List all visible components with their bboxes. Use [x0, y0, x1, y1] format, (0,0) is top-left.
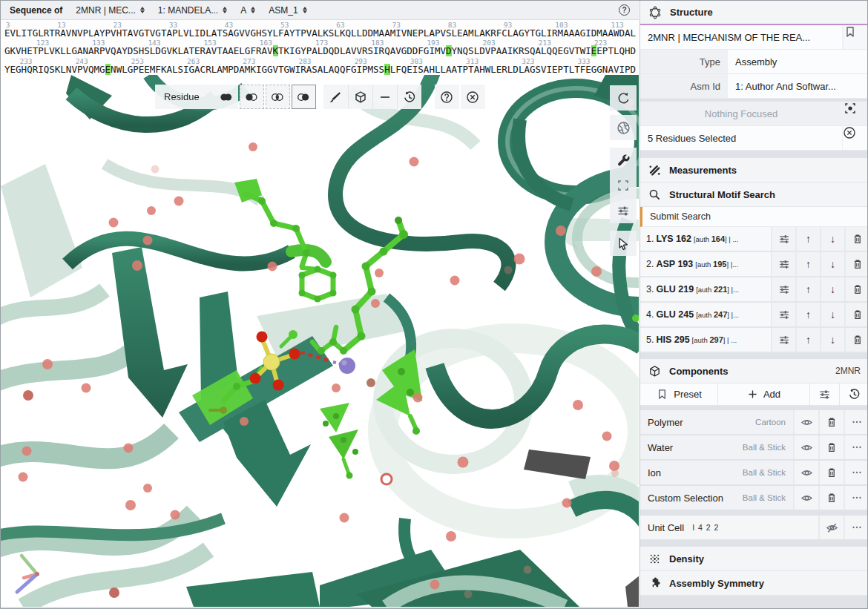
viewport-3d-canvas[interactable]: Residue [1, 75, 639, 607]
delete-component-button[interactable] [818, 410, 844, 434]
residue-options-button[interactable] [771, 303, 795, 326]
trash-icon [852, 258, 864, 270]
move-up-button[interactable]: ↑ [795, 227, 820, 251]
component-history-button[interactable] [839, 383, 868, 405]
sliders-icon [617, 204, 630, 217]
residue-options-button[interactable] [771, 252, 795, 276]
visibility-toggle[interactable] [793, 410, 818, 434]
delete-residue-button[interactable] [844, 328, 868, 352]
motif-residue-label[interactable]: 3. GLU 219 [auth 221] |... [640, 277, 771, 301]
asm-id-value[interactable]: 1: Author And Softwar... [728, 74, 868, 98]
delete-component-button[interactable] [818, 461, 844, 484]
visibility-toggle[interactable] [793, 461, 818, 484]
move-up-button[interactable]: ↑ [795, 328, 820, 352]
measurements-section-header[interactable]: Measurements [640, 158, 868, 182]
delete-component-button[interactable] [818, 435, 844, 459]
reset-camera-button[interactable] [610, 85, 637, 111]
chain-select[interactable]: A [240, 5, 255, 16]
sequence-help-icon[interactable]: ? [619, 4, 630, 16]
selection-help-button[interactable] [435, 85, 459, 109]
move-down-button[interactable]: ↓ [820, 227, 844, 251]
helix-end-cap [625, 564, 639, 607]
preset-button[interactable]: Preset [640, 383, 717, 405]
entity-select[interactable]: 1: MANDELA... [158, 5, 227, 16]
intersect-selection-button[interactable] [266, 85, 290, 109]
motif-residue-label[interactable]: 5. HIS 295 [auth 297] | ... [640, 328, 771, 352]
move-down-button[interactable]: ↓ [820, 328, 844, 352]
puzzle-icon [648, 577, 661, 590]
visibility-toggle[interactable] [793, 486, 818, 510]
assembly-symmetry-section-header[interactable]: Assembly Symmetry [640, 571, 868, 596]
sequence-panel[interactable]: 3132333435363738393103113EVLITGLRTRAVNVP… [1, 20, 639, 75]
sequence-row[interactable]: 123133143153163173183193203213223GKVHETP… [1, 38, 639, 56]
granularity-dropdown[interactable]: Residue [155, 85, 238, 109]
theme-brush-button[interactable] [323, 85, 348, 109]
motif-residue-label[interactable]: 2. ASP 193 [auth 195] |... [640, 252, 771, 276]
type-value[interactable]: Assembly [728, 50, 868, 73]
unit-cell-spacegroup: I 4 2 2 [692, 523, 719, 532]
visibility-toggle[interactable] [793, 435, 818, 459]
trash-icon [826, 441, 838, 453]
motif-search-section-header[interactable]: Structural Motif Search [640, 182, 868, 207]
submit-search-button[interactable]: Submit Search [640, 207, 868, 227]
residue-options-button[interactable] [771, 328, 795, 352]
residue-options-button[interactable] [771, 277, 795, 301]
delete-component-button[interactable] [818, 486, 844, 510]
residue-letters[interactable]: GKVHETPLVKLLGANARPVQAYDSHSLDGVKLATERAVTA… [1, 46, 639, 56]
components-section-header[interactable]: Components 2MNR [640, 359, 868, 383]
move-up-button[interactable]: ↑ [795, 303, 820, 326]
set-selection-button[interactable] [292, 85, 316, 109]
axes-gizmo [17, 556, 39, 592]
structure-title[interactable]: 2MNR | MECHANISM OF THE REA... [640, 25, 842, 49]
delete-residue-button[interactable] [844, 277, 868, 301]
move-down-button[interactable]: ↓ [820, 252, 844, 276]
expand-button[interactable] [610, 173, 637, 198]
focus-camera-button[interactable] [842, 102, 868, 125]
clear-selection-button[interactable] [842, 126, 868, 150]
delete-residue-button[interactable] [844, 303, 868, 326]
density-section-header[interactable]: Density [640, 547, 868, 571]
residue-letters[interactable]: EVLITGLRTRAVNVPLAYPVHTAVGTVGTAPLVLIDLATS… [1, 28, 639, 38]
settings-button[interactable] [610, 198, 637, 223]
more-options-button[interactable] [844, 435, 868, 459]
minus-icon [378, 90, 392, 104]
structure-select[interactable]: 2MNR | MEC... [76, 5, 144, 16]
more-options-button[interactable] [844, 410, 868, 434]
select-all-icon[interactable] [219, 91, 234, 103]
sequence-row[interactable]: 3132333435363738393103113EVLITGLRTRAVNVP… [1, 20, 639, 38]
sequence-row[interactable]: 233243253263273283293303313323333YEGHQRI… [1, 56, 639, 74]
move-up-button[interactable]: ↑ [795, 277, 820, 301]
subtract-component-button[interactable] [372, 85, 397, 109]
move-up-button[interactable]: ↑ [795, 252, 820, 276]
delete-residue-button[interactable] [844, 227, 868, 251]
sequence-header-bar: Sequence of 2MNR | MEC... 1: MANDELA... … [1, 1, 639, 20]
create-component-button[interactable] [348, 85, 372, 109]
tune-icon [778, 233, 790, 245]
structure-options-button[interactable] [842, 25, 868, 49]
structure-section-header[interactable]: Structure [640, 1, 868, 25]
toggle-controls-button[interactable] [610, 148, 637, 173]
move-down-button[interactable]: ↓ [820, 277, 844, 301]
component-options-button[interactable] [809, 383, 839, 405]
more-options-button[interactable] [844, 486, 868, 510]
residue-letters[interactable]: YEGHQRIQSKLNVPVQMGENWLGPEEMFKALSIGACRLAM… [1, 65, 639, 74]
selection-mode-toggle[interactable] [610, 231, 637, 256]
delete-residue-button[interactable] [844, 252, 868, 276]
close-toolbar-button[interactable] [461, 85, 485, 109]
motif-residue-label[interactable]: 1. LYS 162 [auth 164] | ... [640, 227, 771, 251]
trash-icon [826, 467, 838, 478]
more-options-button[interactable] [844, 461, 868, 484]
move-down-button[interactable]: ↓ [820, 303, 844, 326]
tune-icon [818, 388, 831, 401]
metal-ion[interactable] [339, 358, 355, 374]
residue-options-button[interactable] [771, 227, 795, 251]
visibility-toggle-off[interactable] [818, 516, 844, 539]
undo-selection-button[interactable] [397, 85, 421, 109]
subtract-selection-button[interactable] [240, 85, 264, 109]
add-component-button[interactable]: Add [717, 383, 809, 405]
screenshot-button[interactable] [610, 115, 637, 140]
more-options-button[interactable] [844, 516, 868, 539]
operator-select[interactable]: ASM_1 [269, 5, 306, 16]
motif-residue-label[interactable]: 4. GLU 245 [auth 247] |... [640, 303, 771, 326]
motif-residue-row: 2. ASP 193 [auth 195] |... ↑ ↓ [640, 252, 868, 277]
